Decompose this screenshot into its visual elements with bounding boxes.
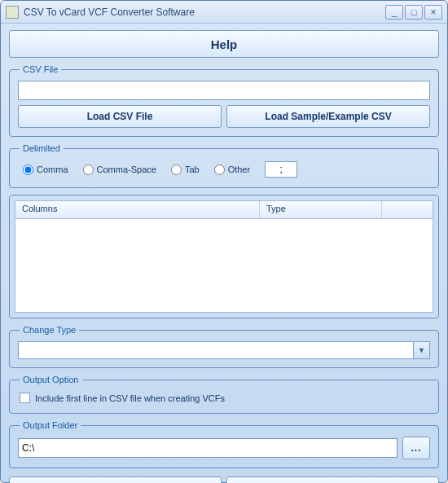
titlebar[interactable]: CSV To vCard VCF Converter Software _ □ … xyxy=(1,1,447,24)
browse-button[interactable]: ... xyxy=(402,437,430,459)
radio-tab[interactable]: Tab xyxy=(171,165,200,175)
csv-file-group: CSV File Load CSV File Load Sample/Examp… xyxy=(9,64,439,137)
save-ansi-button[interactable]: Save As ANSI xyxy=(9,476,222,483)
include-first-line-label: Include first line in CSV file when crea… xyxy=(35,393,225,403)
table-header: Columns Type xyxy=(15,201,433,219)
load-sample-button[interactable]: Load Sample/Example CSV xyxy=(226,105,430,128)
columns-table[interactable]: Columns Type xyxy=(15,200,433,313)
close-button[interactable]: × xyxy=(424,5,442,20)
columns-table-wrap: Columns Type xyxy=(9,195,439,318)
change-type-value xyxy=(19,342,413,358)
header-columns[interactable]: Columns xyxy=(15,201,260,218)
minimize-button[interactable]: _ xyxy=(385,5,403,20)
radio-comma[interactable]: Comma xyxy=(23,165,68,175)
change-type-group: Change Type ▼ xyxy=(9,325,439,368)
output-option-group: Output Option Include first line in CSV … xyxy=(9,375,439,414)
radio-comma-label: Comma xyxy=(37,165,68,174)
radio-other[interactable]: Other xyxy=(214,165,251,175)
csv-file-legend: CSV File xyxy=(20,64,61,74)
delimited-legend: Delimited xyxy=(20,143,64,153)
radio-comma-space-label: Comma-Space xyxy=(97,165,156,174)
load-csv-button[interactable]: Load CSV File xyxy=(18,105,222,128)
radio-comma-space[interactable]: Comma-Space xyxy=(83,165,156,175)
header-type[interactable]: Type xyxy=(260,201,382,218)
header-spacer xyxy=(382,201,433,218)
radio-comma-input[interactable] xyxy=(23,165,33,175)
window-title: CSV To vCard VCF Converter Software xyxy=(24,7,384,18)
chevron-down-icon[interactable]: ▼ xyxy=(413,342,429,358)
save-utf8-button[interactable]: Save As UTF8 xyxy=(226,476,439,483)
radio-other-input[interactable] xyxy=(214,165,225,175)
change-type-legend: Change Type xyxy=(20,325,79,335)
radio-tab-label: Tab xyxy=(185,165,200,174)
change-type-select[interactable]: ▼ xyxy=(18,341,430,359)
maximize-button[interactable]: □ xyxy=(405,5,423,20)
client-area: Help CSV File Load CSV File Load Sample/… xyxy=(1,24,447,483)
output-folder-group: Output Folder ... xyxy=(9,420,439,468)
app-window: CSV To vCard VCF Converter Software _ □ … xyxy=(0,0,448,483)
other-delimiter-input[interactable] xyxy=(265,161,297,178)
radio-other-label: Other xyxy=(228,165,251,174)
delimited-group: Delimited Comma Comma-Space Tab Other xyxy=(9,143,439,188)
include-first-line-checkbox[interactable] xyxy=(20,393,30,403)
output-folder-input[interactable] xyxy=(18,438,397,458)
include-first-line-row[interactable]: Include first line in CSV file when crea… xyxy=(18,391,430,405)
radio-tab-input[interactable] xyxy=(171,165,182,175)
help-button[interactable]: Help xyxy=(9,30,439,58)
app-icon xyxy=(6,6,19,19)
output-option-legend: Output Option xyxy=(20,375,82,384)
output-folder-legend: Output Folder xyxy=(20,420,81,430)
radio-comma-space-input[interactable] xyxy=(83,165,94,175)
table-body[interactable] xyxy=(15,219,433,312)
csv-path-input[interactable] xyxy=(18,81,430,100)
